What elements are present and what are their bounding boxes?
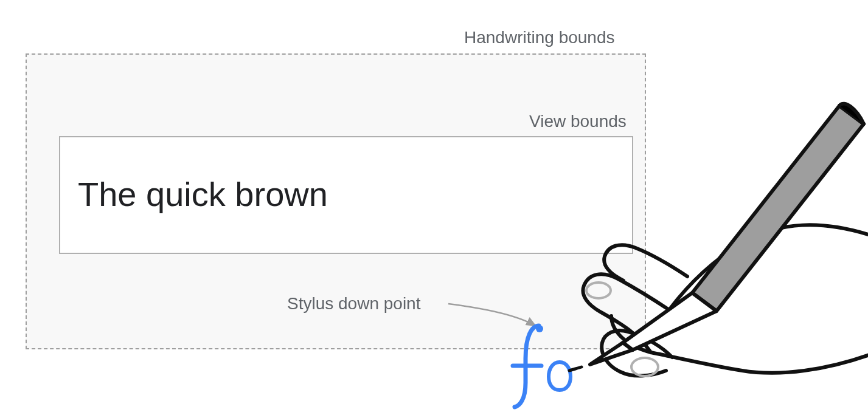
svg-point-1 — [586, 283, 611, 298]
handwriting-bounds-label: Handwriting bounds — [464, 29, 615, 46]
svg-point-2 — [631, 358, 658, 376]
diagram-stage: Handwriting bounds View bounds The quick… — [0, 0, 868, 418]
stylus-hand-icon — [560, 91, 868, 407]
stylus-down-point-label: Stylus down point — [287, 295, 420, 312]
input-text: The quick brown — [78, 177, 328, 211]
